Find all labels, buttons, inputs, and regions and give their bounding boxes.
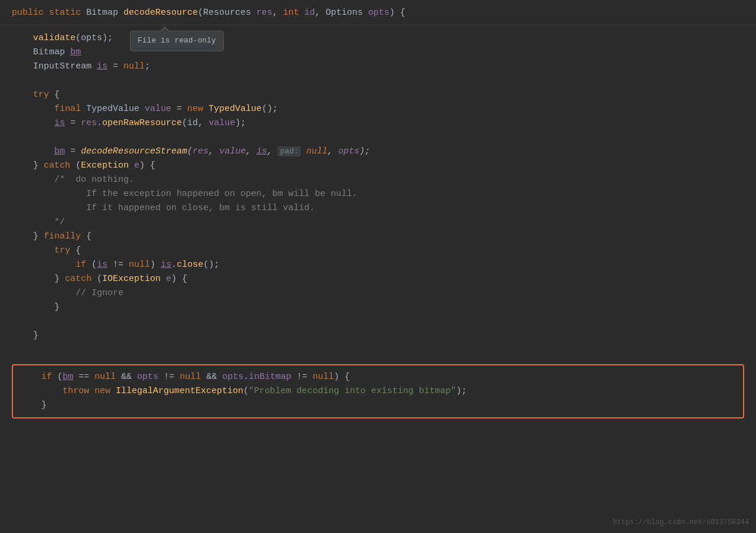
code-area: validate(opts); Bitmap bm InputStream is… (0, 25, 756, 430)
footer-url-text: https://blog.csdn.net/u013750244 (613, 518, 749, 527)
keyword-catch1: catch (44, 161, 76, 171)
var-e1: e (134, 161, 139, 171)
comma2: , (315, 8, 325, 18)
code-line: // Ignore (12, 286, 744, 300)
code-line: If the exception happened on open, bm wi… (12, 187, 744, 201)
highlighted-line-3: } (20, 398, 736, 413)
keyword-try: try (33, 90, 49, 100)
var-value3: value (219, 146, 246, 156)
code-line: } finally { (12, 230, 744, 244)
code-line: Bitmap bm (12, 45, 744, 60)
keyword-null3: null (129, 260, 150, 270)
method-validate: validate (33, 33, 76, 43)
var-value2: value (208, 118, 235, 128)
highlighted-line-1: if (bm == null && opts != null && opts.i… (20, 370, 736, 384)
paren-open: ( (198, 8, 203, 18)
keyword-new1: new (187, 104, 208, 114)
type-typedvalue: TypedValue (86, 104, 145, 114)
keyword-catch2: catch (65, 274, 97, 284)
method-name: decodeResource (123, 8, 198, 18)
keyword-if2: if (41, 372, 57, 382)
code-line: if (is != null) is.close(); (12, 258, 744, 272)
var-bm2: bm (54, 146, 65, 156)
code-line: } (12, 300, 744, 315)
var-opts3: opts (137, 372, 158, 382)
code-line: InputStream is = null; (12, 60, 744, 74)
var-e2: e (166, 274, 171, 284)
code-line: */ (12, 215, 744, 230)
string-problem-decoding: "Problem decoding into existing bitmap" (249, 386, 456, 396)
var-is2: is (54, 118, 65, 128)
code-line: } catch (Exception e) { (12, 159, 744, 173)
keyword-static: static (49, 8, 86, 18)
var-opts4: opts (222, 372, 243, 382)
code-line: } catch (IOException e) { (12, 272, 744, 286)
method-openrawresource: openRawResource (102, 118, 182, 128)
var-bm3: bm (63, 372, 73, 382)
code-line-blank (12, 315, 744, 329)
footer-url: https://blog.csdn.net/u013750244 (613, 517, 749, 528)
keyword-new2: new (94, 386, 116, 396)
code-signature: public static Bitmap decodeResource(Reso… (0, 0, 756, 25)
code-line: } (12, 329, 744, 343)
var-bm: bm (70, 47, 81, 57)
class-illegalargument: IllegalArgumentException (116, 386, 243, 396)
return-type: Bitmap (86, 8, 123, 18)
comment4: */ (12, 217, 65, 227)
keyword-null: null (123, 61, 145, 71)
param-type-resources: Resources (203, 8, 256, 18)
class-ioexception: IOException (102, 274, 166, 284)
keyword-public: public (12, 8, 49, 18)
highlighted-code-block: if (bm == null && opts != null && opts.i… (12, 364, 744, 418)
type-inputstream: InputStream (33, 61, 97, 71)
method-close: close (177, 260, 203, 270)
readonly-tooltip: File is read-only (130, 31, 224, 51)
var-value: value (145, 104, 171, 114)
var-is4: is (97, 260, 107, 270)
var-is3: is (256, 146, 267, 156)
class-typedvalue: TypedValue (208, 104, 262, 114)
class-exception: Exception (81, 161, 134, 171)
code-line-blank (12, 74, 744, 88)
tooltip-text: File is read-only (138, 36, 216, 45)
highlighted-line-2: throw new IllegalArgumentException("Prob… (20, 384, 736, 398)
code-line: try { (12, 88, 744, 102)
code-line: validate(opts); (12, 31, 744, 45)
keyword-try2: try (54, 246, 70, 256)
keyword-null2: null (306, 146, 327, 156)
code-line-blank (12, 130, 744, 145)
comma1: , (272, 8, 283, 18)
comment1: /* do nothing. (12, 175, 134, 185)
var-inbitmap: inBitmap (249, 372, 291, 382)
var-opts2: opts (338, 146, 359, 156)
keyword-if1: if (76, 260, 92, 270)
type-bitmap: Bitmap (33, 47, 70, 57)
var-is5: is (161, 260, 171, 270)
comment-ignore: // Ignore (12, 288, 123, 298)
keyword-throw: throw (63, 386, 94, 396)
keyword-null6: null (312, 372, 334, 382)
pad-hint: pad: (278, 146, 301, 156)
keyword-int: int (283, 8, 304, 18)
param-id: id (304, 8, 315, 18)
keyword-null5: null (180, 372, 201, 382)
comment3: If it happened on close, bm is still val… (12, 203, 315, 213)
method-decoderesourcestream: decodeResourceStream (81, 146, 187, 156)
keyword-null4: null (94, 372, 116, 382)
code-line-blank (12, 343, 744, 357)
param-opts: opts (368, 8, 389, 18)
code-line: /* do nothing. (12, 173, 744, 187)
var-res: res (81, 118, 97, 128)
param-type-options: Options (325, 8, 368, 18)
code-line: If it happened on close, bm is still val… (12, 201, 744, 215)
comment2: If the exception happened on open, bm wi… (12, 189, 357, 199)
var-is: is (97, 61, 107, 71)
var-res2: res (193, 146, 208, 156)
code-line: try { (12, 244, 744, 258)
param-res: res (256, 8, 272, 18)
keyword-final: final (54, 104, 86, 114)
keyword-finally: finally (44, 231, 86, 241)
code-line: is = res.openRawResource(id, value); (12, 116, 744, 130)
paren-close: ) { (389, 8, 405, 18)
code-line: bm = decodeResourceStream(res, value, is… (12, 145, 744, 159)
